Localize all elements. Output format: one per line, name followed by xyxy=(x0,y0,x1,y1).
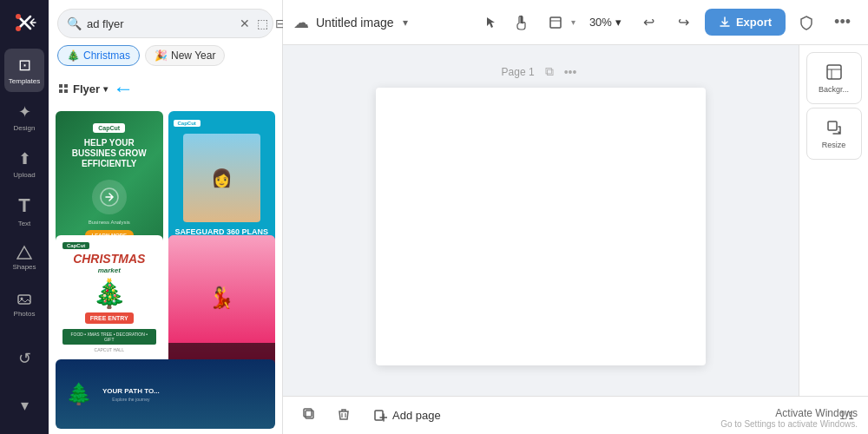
shapes-icon xyxy=(16,245,32,260)
image-search-button[interactable]: ⬚ xyxy=(255,15,270,32)
tpl3-title: CHRISTMAS xyxy=(73,253,145,265)
flyer-label: Flyer xyxy=(73,82,100,95)
tpl3-footer: FOOD • XMAS TREE • DECORATION • GIFT xyxy=(62,329,156,345)
svg-rect-12 xyxy=(827,65,841,79)
svg-rect-10 xyxy=(550,17,561,28)
page-duplicate-bottom-button[interactable] xyxy=(297,404,321,428)
export-button[interactable]: Export xyxy=(705,9,786,36)
svg-rect-13 xyxy=(828,122,837,130)
page-counter: 1/1 xyxy=(839,410,854,422)
sidebar-rotate-btn[interactable]: ↺ xyxy=(4,337,44,380)
layout-dropdown-arrow[interactable]: ▾ xyxy=(571,17,575,27)
resize-label: Resize xyxy=(822,141,846,149)
main-area: ☁ Untitled image ▾ ▾ 30% xyxy=(283,0,868,434)
search-bar-container: 🔍 ✕ ⬚ ⊟ xyxy=(57,9,273,38)
add-page-icon xyxy=(373,409,387,423)
search-actions: ✕ ⬚ ⊟ xyxy=(238,15,287,32)
svg-rect-8 xyxy=(64,89,68,93)
page-duplicate-button[interactable]: ⧉ xyxy=(542,62,557,81)
trash-icon xyxy=(337,407,351,421)
svg-point-0 xyxy=(16,14,21,19)
top-bar: ☁ Untitled image ▾ ▾ 30% xyxy=(283,0,868,45)
sidebar-item-photos[interactable]: Photos xyxy=(4,283,44,326)
templates-icon: ⊡ xyxy=(18,56,31,75)
tpl3-sub: market xyxy=(98,266,121,274)
shield-icon xyxy=(799,15,814,30)
svg-rect-3 xyxy=(18,295,30,304)
more-menu-button[interactable]: ••• xyxy=(827,10,858,35)
filter-tag-christmas[interactable]: 🎄 Christmas xyxy=(57,45,140,66)
resize-panel-button[interactable]: Resize xyxy=(806,108,862,160)
zoom-value: 30% xyxy=(589,16,612,29)
design-icon: ✦ xyxy=(18,102,31,122)
sidebar-item-text[interactable]: T Text xyxy=(4,189,44,233)
christmas-emoji: 🎄 xyxy=(67,49,80,62)
tpl3-logo: CapCut xyxy=(62,242,89,249)
tpl1-icon xyxy=(92,180,127,214)
sidebar-item-shapes[interactable]: Shapes xyxy=(4,236,44,279)
templates-grid: CapCut HELP YOUR BUSSINES GROW EFFICIENT… xyxy=(49,106,282,434)
title-dropdown-icon[interactable]: ▾ xyxy=(403,16,408,29)
svg-rect-6 xyxy=(64,84,68,88)
clear-search-button[interactable]: ✕ xyxy=(238,15,252,32)
page-menu-button[interactable]: ••• xyxy=(561,62,581,81)
expand-icon: ▾ xyxy=(21,396,29,415)
search-icon: 🔍 xyxy=(67,16,82,30)
hand-tool-button[interactable] xyxy=(507,9,535,36)
tpl1-logo: CapCut xyxy=(93,123,125,133)
background-label: Backgr... xyxy=(819,85,849,94)
flyer-dropdown-button[interactable]: Flyer ▾ xyxy=(57,82,108,95)
sidebar-item-upload[interactable]: ⬆ Upload xyxy=(4,142,44,186)
search-section: 🔍 ✕ ⬚ ⊟ xyxy=(49,0,282,38)
tpl1-headline: HELP YOUR BUSSINES GROW EFFICIENTLY xyxy=(62,138,156,169)
shield-button[interactable] xyxy=(792,9,820,36)
tool-group-layout: ▾ xyxy=(542,9,575,36)
redo-button[interactable]: ↪ xyxy=(670,9,698,36)
activate-windows-title: Activate Windows xyxy=(720,407,858,419)
zoom-control[interactable]: 30% ▾ xyxy=(582,12,628,32)
sidebar-expand-btn[interactable]: ▾ xyxy=(4,384,44,427)
sidebar-label-upload: Upload xyxy=(13,171,35,179)
sidebar-item-design[interactable]: ✦ Design xyxy=(4,95,44,139)
svg-rect-7 xyxy=(59,89,62,93)
background-panel-button[interactable]: Backgr... xyxy=(806,52,862,104)
canvas-area[interactable]: Page 1 ⧉ ••• xyxy=(283,45,799,396)
tpl4-image: 💃 xyxy=(168,235,276,360)
layout-icon xyxy=(549,16,562,30)
select-tool-button[interactable] xyxy=(477,9,505,36)
cursor-icon xyxy=(484,16,498,30)
cloud-icon: ☁ xyxy=(293,13,309,32)
panel-subheader: Flyer ▾ ← xyxy=(49,73,282,106)
redo-icon: ↪ xyxy=(678,14,689,30)
text-icon: T xyxy=(18,194,30,217)
christmas-label: Christmas xyxy=(83,49,130,62)
filter-tag-newyear[interactable]: 🎉 New Year xyxy=(145,45,225,66)
photos-icon xyxy=(16,292,32,307)
document-title: Untitled image xyxy=(316,16,394,30)
tpl5-sub: Explore the journey xyxy=(102,397,160,402)
sidebar-item-templates[interactable]: ⊡ Templates xyxy=(4,49,44,92)
tpl3-brand: CAPCUT HALL xyxy=(95,347,124,352)
svg-marker-2 xyxy=(17,247,31,259)
canvas-workspace: Page 1 ⧉ ••• Backgr... xyxy=(283,45,868,396)
add-page-button[interactable]: Add page xyxy=(366,405,448,426)
activate-windows-subtitle: Go to Settings to activate Windows. xyxy=(720,419,858,429)
page-actions: ⧉ ••• xyxy=(542,62,581,81)
undo-button[interactable]: ↩ xyxy=(635,9,663,36)
tpl3-free: FREE ENTRY xyxy=(85,312,134,324)
sidebar-label-shapes: Shapes xyxy=(12,263,36,271)
duplicate-icon xyxy=(302,407,316,421)
page-label-row: Page 1 ⧉ ••• xyxy=(300,62,781,81)
sidebar-label-design: Design xyxy=(14,124,36,132)
template-card-5[interactable]: 🌲 Your Path to... Explore the journey xyxy=(56,359,275,429)
newyear-label: New Year xyxy=(171,49,215,62)
app-logo xyxy=(9,7,40,38)
search-input[interactable] xyxy=(87,17,233,30)
layout-tool-button[interactable] xyxy=(542,9,569,36)
delete-page-button[interactable] xyxy=(332,404,356,428)
svg-rect-5 xyxy=(59,84,62,88)
page-label: Page 1 xyxy=(502,66,535,78)
export-label: Export xyxy=(736,16,772,29)
tpl2-image: 👩 xyxy=(183,134,260,222)
canvas-page[interactable] xyxy=(376,88,706,365)
